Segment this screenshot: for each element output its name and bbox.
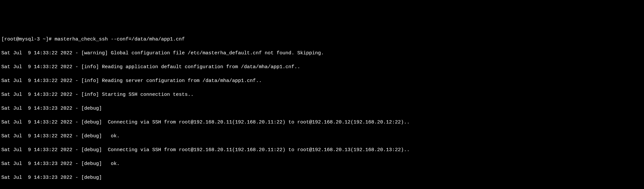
shell-prompt: [root@mysql-3 ~]#: [1, 37, 55, 42]
terminal-output[interactable]: [root@mysql-3 ~]# masterha_check_ssh --c…: [1, 29, 643, 189]
output-line: Sat Jul 9 14:33:22 2022 - [info] Startin…: [1, 91, 643, 98]
output-line: Sat Jul 9 14:33:22 2022 - [debug] Connec…: [1, 119, 643, 126]
output-line: Sat Jul 9 14:33:22 2022 - [info] Reading…: [1, 77, 643, 84]
output-line: Sat Jul 9 14:33:22 2022 - [debug] Connec…: [1, 147, 643, 153]
output-line: Sat Jul 9 14:33:23 2022 - [debug] ok.: [1, 160, 643, 167]
output-line: Sat Jul 9 14:33:23 2022 - [debug]: [1, 174, 643, 181]
output-line: Sat Jul 9 14:33:22 2022 - [debug] ok.: [1, 133, 643, 140]
output-line: Sat Jul 9 14:33:22 2022 - [info] Reading…: [1, 64, 643, 70]
output-line: Sat Jul 9 14:33:22 2022 - [warning] Glob…: [1, 50, 643, 57]
command-text: masterha_check_ssh --conf=/data/mha/app1…: [55, 37, 185, 42]
command-line: [root@mysql-3 ~]# masterha_check_ssh --c…: [1, 36, 643, 43]
output-line: Sat Jul 9 14:33:23 2022 - [debug]: [1, 105, 643, 112]
